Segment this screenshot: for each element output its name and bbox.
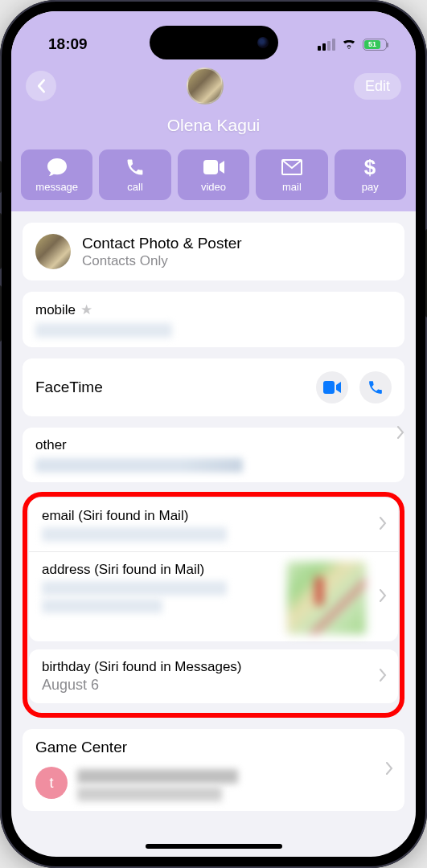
dynamic-island: [150, 26, 278, 59]
phone-icon: [125, 157, 145, 178]
wifi-icon: [341, 35, 357, 53]
dollar-icon: $: [363, 157, 376, 178]
chevron-right-icon: [379, 517, 387, 533]
svg-rect-3: [323, 381, 335, 394]
action-label: message: [35, 181, 78, 193]
phone-icon: [367, 379, 384, 395]
battery-pct: 51: [368, 40, 376, 48]
mobile-value-redacted: [35, 323, 172, 338]
cellular-signal-icon: [318, 39, 335, 51]
facetime-card: FaceTime: [23, 358, 404, 416]
contact-header: Edit Olena Kagui message call video: [11, 63, 416, 211]
siri-address-value-redacted: [42, 599, 162, 613]
map-thumbnail-icon: [287, 562, 366, 634]
status-time: 18:09: [48, 35, 88, 53]
side-button: [0, 213, 2, 269]
message-button[interactable]: message: [21, 149, 92, 200]
action-label: video: [201, 181, 226, 193]
edit-button[interactable]: Edit: [354, 73, 401, 100]
video-icon: [203, 157, 225, 178]
facetime-label: FaceTime: [35, 379, 103, 396]
other-label: other: [35, 437, 392, 453]
siri-email-value-redacted: [42, 527, 227, 542]
svg-rect-0: [203, 160, 218, 174]
other-email-card[interactable]: other: [23, 428, 404, 482]
siri-found-highlight: email (Siri found in Mail) address (Siri…: [23, 492, 404, 718]
side-button: [0, 161, 2, 193]
video-icon: [323, 381, 341, 394]
contact-name: Olena Kagui: [21, 116, 406, 135]
game-center-title: Game Center: [35, 739, 392, 756]
star-icon: ★: [80, 301, 92, 318]
action-label: pay: [362, 181, 379, 193]
contact-details: Contact Photo & Poster Contacts Only mob…: [11, 223, 416, 811]
pay-button[interactable]: $ pay: [335, 149, 406, 200]
mail-icon: [281, 157, 302, 178]
screen: 18:09 51 Ed: [11, 11, 416, 857]
facetime-video-button[interactable]: [316, 371, 348, 403]
phone-frame: 18:09 51 Ed: [0, 0, 427, 868]
mobile-label: mobile: [35, 302, 76, 318]
siri-address-row[interactable]: address (Siri found in Mail): [29, 551, 398, 641]
contact-avatar[interactable]: [187, 68, 224, 104]
gc-value-redacted: [77, 769, 238, 784]
action-button-row: message call video mail $ pay: [21, 149, 406, 200]
chevron-left-icon: [35, 79, 47, 93]
game-center-card[interactable]: Game Center t: [23, 729, 404, 811]
home-indicator[interactable]: [146, 844, 282, 849]
gc-value-redacted: [77, 787, 222, 801]
photo-poster-card[interactable]: Contact Photo & Poster Contacts Only: [23, 223, 404, 280]
siri-birthday-card[interactable]: birthday (Siri found in Messages) August…: [29, 649, 398, 703]
siri-email-label: email (Siri found in Mail): [42, 508, 385, 524]
other-value-redacted: [35, 458, 243, 473]
side-button: [0, 285, 2, 342]
action-label: mail: [282, 181, 302, 193]
mail-button[interactable]: mail: [256, 149, 327, 200]
siri-address-value-redacted: [42, 581, 227, 596]
photo-poster-subtitle: Contacts Only: [82, 253, 392, 269]
facetime-audio-button[interactable]: [359, 371, 392, 403]
poster-avatar-icon: [35, 234, 71, 269]
back-button[interactable]: [26, 71, 56, 101]
mobile-card[interactable]: mobile ★: [23, 292, 404, 347]
chevron-right-icon: [379, 669, 387, 685]
siri-birthday-value: August 6: [42, 677, 385, 694]
siri-email-card[interactable]: email (Siri found in Mail) address (Siri…: [29, 498, 398, 641]
game-center-avatar: t: [35, 767, 68, 799]
gc-avatar-initial: t: [49, 775, 53, 792]
chevron-right-icon: [379, 589, 387, 605]
svg-text:$: $: [364, 157, 376, 178]
siri-birthday-label: birthday (Siri found in Messages): [42, 659, 385, 675]
photo-poster-title: Contact Photo & Poster: [82, 235, 392, 252]
action-label: call: [127, 181, 143, 193]
call-button[interactable]: call: [99, 149, 170, 200]
video-button[interactable]: video: [178, 149, 249, 200]
message-icon: [46, 157, 68, 178]
chevron-right-icon: [385, 762, 393, 778]
camera-dot: [257, 37, 269, 48]
battery-icon: 51: [363, 39, 387, 51]
